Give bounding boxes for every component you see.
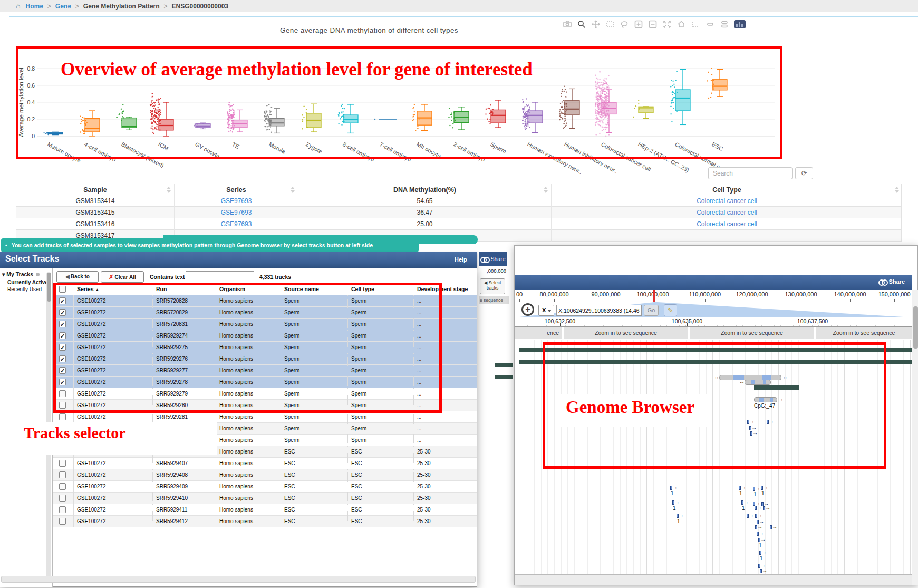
zoom-magnifier-icon[interactable]: + (521, 303, 534, 316)
gene-model-feature[interactable] (745, 380, 771, 385)
highlighter-button[interactable]: ✎ (664, 304, 677, 316)
methylation-site-marker[interactable]: → (755, 525, 762, 530)
track-row[interactable]: GSE100272SRR5929408Homo sapiensESCESC25-… (53, 469, 477, 481)
autoscale-icon[interactable] (663, 20, 671, 28)
sample-table-row[interactable]: GSM3153414GSE9769354.65Colorectal cancer… (16, 195, 902, 207)
scrollbar-thumb[interactable] (913, 306, 918, 349)
series-link[interactable]: GSE97693 (175, 218, 298, 230)
plotly-logo[interactable] (734, 20, 746, 28)
select-all-checkbox[interactable] (59, 286, 66, 293)
methylation-site-marker[interactable]: → (750, 431, 758, 436)
genome-track-area[interactable]: ↔ ↔ ↔ → CpG:_47 →→→→→1→1→1→1→1→1→1→→→→→→… (515, 340, 912, 574)
share-button[interactable]: Share (878, 278, 905, 285)
track-row[interactable]: GSE100272SRR5929279Homo sapiensSpermSper… (53, 388, 477, 400)
methylation-site-marker[interactable]: →1 (741, 500, 749, 505)
methylation-site-marker[interactable]: →1 (760, 569, 767, 574)
lasso-select-icon[interactable] (620, 20, 629, 28)
methylation-site-marker[interactable]: → (755, 506, 762, 510)
zoom-icon[interactable] (577, 20, 586, 28)
methylation-site-marker[interactable]: → (755, 514, 762, 518)
methylation-site-marker[interactable]: → (770, 525, 777, 530)
celltype-link[interactable]: Colorectal cancer cell (552, 207, 902, 218)
spikelines-icon[interactable] (691, 20, 700, 28)
methylation-site-marker[interactable]: →1 (672, 500, 680, 505)
column-header-series[interactable]: Series (175, 184, 298, 196)
search-input[interactable] (708, 167, 793, 179)
pan-icon[interactable] (592, 20, 600, 28)
column-header-methylation[interactable]: DNA Methylation(%) (298, 184, 552, 196)
track-row[interactable]: ✓GSE100272SRR5929278Homo sapiensSpermSpe… (53, 377, 477, 388)
series-link[interactable]: GSE97693 (175, 207, 298, 218)
methylation-boxplot[interactable]: 00.20.40.60.8Average methylation levelMa… (0, 42, 801, 184)
series-link[interactable]: GSE97693 (175, 195, 298, 207)
methylation-site-marker[interactable]: →1 (677, 514, 684, 518)
track-row[interactable]: GSE100272SRR5929281Homo sapiensSpermSper… (53, 411, 477, 423)
methylation-site-marker[interactable]: →1 (753, 487, 760, 491)
methylation-site-marker[interactable]: → (757, 532, 764, 536)
methylation-site-marker[interactable]: →1 (758, 538, 766, 543)
refresh-button[interactable]: ⟳ (795, 167, 813, 179)
sidebar-item-currently-active[interactable]: Currently Active (7, 279, 48, 285)
sample-table-row[interactable]: GSM3153416GSE9769325.00Colorectal cancer… (16, 218, 902, 230)
help-link[interactable]: Help (455, 256, 467, 263)
celltype-link[interactable]: Colorectal cancer cell (552, 195, 902, 207)
gene-segment-bar[interactable] (754, 385, 799, 390)
camera-icon[interactable] (563, 20, 572, 28)
tracks-window-titlebar[interactable]: Select Tracks Help (0, 252, 477, 268)
celltype-link[interactable]: Colorectal cancer cell (552, 218, 902, 230)
column-header-celltype[interactable]: Cell type (351, 286, 374, 292)
methylation-site-marker[interactable]: →1 (670, 486, 678, 490)
genome-vertical-scrollbar[interactable] (912, 290, 918, 585)
gene-bar[interactable] (519, 360, 912, 364)
column-header-organism[interactable]: Organism (219, 286, 245, 292)
track-row[interactable]: ✓GSE100272SRR5929274Homo sapiensSpermSpe… (53, 330, 477, 342)
track-row[interactable]: ✓GSE100272SRR5720829Homo sapiensSpermSpe… (53, 307, 477, 319)
chromosome-ruler[interactable]: 0080,000,00090,000,000100,000,000110,000… (515, 290, 912, 302)
zoom-out-icon[interactable] (649, 20, 657, 28)
sidebar-my-tracks[interactable]: ▾ My Tracks (2, 271, 40, 277)
back-to-browser-button[interactable]: ◀Back to browser (56, 271, 99, 283)
methylation-site-marker[interactable]: → (763, 506, 770, 511)
clear-all-filters-button[interactable]: ✗Clear All Filters (101, 271, 144, 283)
track-row[interactable]: GSE100272SRR5929407Homo sapiensESCESC25-… (53, 458, 477, 469)
reset-axes-icon[interactable] (677, 20, 685, 28)
go-button[interactable]: Go (644, 305, 659, 316)
zoom-in-icon[interactable] (634, 20, 643, 28)
track-row[interactable]: ✓GSE100272SRR5929277Homo sapiensSpermSpe… (53, 365, 477, 377)
column-header-source[interactable]: Source name (284, 286, 319, 292)
column-header-sample[interactable]: Sample (16, 184, 175, 196)
background-share-button[interactable]: Share (479, 252, 507, 266)
box-select-icon[interactable] (606, 20, 614, 28)
tracks-horizontal-scrollbar[interactable] (1, 576, 476, 583)
methylation-site-marker[interactable]: →1 (739, 486, 746, 490)
hover-compare-icon[interactable] (720, 20, 728, 28)
gene-bar[interactable] (519, 348, 912, 352)
position-input[interactable] (556, 305, 642, 316)
breadcrumb-gene-link[interactable]: Gene (55, 3, 71, 10)
methylation-site-marker[interactable]: → (747, 420, 755, 425)
scrollbar-thumb[interactable] (47, 273, 51, 302)
track-row[interactable]: GSE100272SRR5929411Homo sapiensESCESC25-… (53, 504, 477, 516)
track-row[interactable]: GSE100272SRR5929280Homo sapiensSpermSper… (53, 400, 477, 411)
column-header-run[interactable]: Run (156, 286, 167, 292)
select-tracks-button[interactable]: ◀ Select tracks (480, 278, 505, 294)
track-row[interactable]: GSE100272SRR5929412Homo sapiensESCESC25-… (53, 516, 477, 527)
methylation-site-marker[interactable]: → (747, 514, 754, 518)
track-row[interactable]: GSE100272SRR5929409Homo sapiensESCESC25-… (53, 481, 477, 493)
column-header-devstage[interactable]: Development stage (417, 286, 468, 292)
sidebar-item-recently-used[interactable]: Recently Used (7, 286, 42, 292)
contains-text-input[interactable] (186, 271, 254, 282)
chromosome-select[interactable]: X (538, 305, 554, 316)
track-row[interactable]: ✓GSE100272SRR5929275Homo sapiensSpermSpe… (53, 342, 477, 353)
column-header-celltype[interactable]: Cell Type (552, 184, 902, 196)
methylation-site-marker[interactable]: →1 (761, 486, 768, 490)
sample-table-row[interactable]: GSM3153415GSE9769336.47Colorectal cancer… (16, 207, 902, 218)
track-row[interactable]: ✓GSE100272SRR5929276Homo sapiensSpermSpe… (53, 353, 477, 365)
track-row[interactable]: GSE100272SRR5929410Homo sapiensESCESC25-… (53, 493, 477, 504)
cpg-island-feature[interactable] (754, 397, 777, 402)
track-row[interactable]: ✓GSE100272SRR5720828Homo sapiensSpermSpe… (53, 295, 477, 307)
hover-closest-icon[interactable] (706, 20, 714, 28)
methylation-site-marker[interactable]: → (767, 420, 774, 425)
column-header-series[interactable]: Series ▲ (77, 286, 99, 292)
celltype-link[interactable] (552, 230, 902, 242)
